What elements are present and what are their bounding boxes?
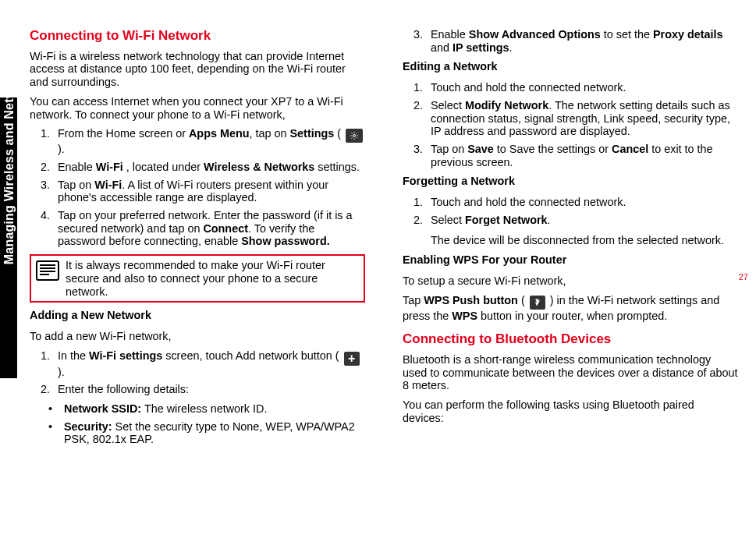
text: ).	[58, 143, 65, 155]
text: , tap on	[250, 127, 290, 140]
text: Enable	[431, 28, 469, 41]
text-bold: IP settings	[453, 41, 509, 54]
wps-intro: To setup a secure Wi-Fi network,	[403, 274, 738, 288]
list-item: Touch and hold the connected network.	[426, 196, 738, 209]
text-bold: Apps Menu	[189, 127, 250, 140]
advanced-options-step: Enable Show Advanced Options to set the …	[403, 28, 738, 54]
column-right: Enable Show Advanced Options to set the …	[403, 28, 738, 452]
text-bold: Connect	[203, 222, 248, 235]
heading-adding-network: Adding a New Network	[30, 309, 365, 322]
text: Tap on	[431, 143, 467, 155]
network-details-list: Network SSID: The wireless network ID. S…	[30, 402, 365, 446]
text-bold: Security:	[64, 420, 112, 433]
heading-wps: Enabling WPS For your Router	[403, 253, 738, 267]
wifi-connect-steps: From the Home screen or Apps Menu, tap o…	[30, 127, 365, 248]
list-item: Network SSID: The wireless network ID.	[53, 402, 365, 416]
text-bold: Wireless & Networks	[204, 161, 314, 173]
text: .	[509, 41, 513, 54]
text: Tap on	[58, 179, 94, 191]
text-bold: Modify Network	[465, 99, 548, 112]
text: to set the	[601, 28, 653, 41]
text: In the	[58, 349, 89, 362]
list-item: Tap on your preferred network. Enter the…	[53, 209, 365, 248]
list-item: Touch and hold the connected network.	[426, 81, 738, 94]
add-network-steps: In the Wi-Fi settings screen, touch Add …	[30, 349, 365, 396]
add-network-intro: To add a new Wi-Fi network,	[30, 330, 365, 343]
text: Select	[431, 99, 465, 112]
heading-forgetting-network: Forgetting a Network	[403, 175, 738, 188]
text: Select	[431, 214, 465, 226]
note-text: It is always recommended to make your Wi…	[66, 259, 359, 298]
text-bold: Save	[467, 143, 494, 155]
settings-icon	[346, 129, 363, 143]
text-bold: Show password.	[241, 235, 330, 247]
text: From the Home screen or	[58, 127, 189, 140]
list-item: Enable Show Advanced Options to set the …	[426, 28, 738, 54]
heading-connecting-wifi: Connecting to Wi-Fi Network	[30, 28, 365, 44]
text-bold: Network SSID:	[64, 402, 141, 415]
text: , located under	[126, 161, 204, 173]
text-bold: WPS Push button	[424, 294, 518, 306]
text-bold: WPS	[452, 310, 477, 322]
heading-editing-network: Editing a Network	[403, 60, 738, 73]
text: Enable	[58, 161, 96, 173]
svg-point-0	[353, 135, 356, 137]
text-bold: Wi-Fi	[96, 161, 126, 173]
text: (	[334, 127, 344, 140]
text: screen, touch Add network button (	[162, 349, 342, 362]
text: settings.	[314, 161, 360, 173]
text-bold: Proxy details	[653, 28, 723, 41]
text: ).	[58, 366, 65, 378]
list-item: Tap on Wi-Fi. A list of Wi-Fi routers pr…	[53, 179, 365, 204]
text: button in your router, when prompted.	[477, 310, 667, 322]
bluetooth-intro-2: You can perform the following tasks usin…	[403, 398, 738, 424]
wifi-intro-1: Wi-Fi is a wireless network technology t…	[30, 50, 365, 89]
plus-icon: +	[344, 352, 360, 366]
page-number: 27	[739, 272, 748, 282]
list-item: Select Modify Network. The network setti…	[426, 99, 738, 138]
wifi-intro-2: You can access Internet when you connect…	[30, 95, 365, 121]
text-bold: Forget Network	[465, 214, 548, 226]
edit-network-steps: Touch and hold the connected network. Se…	[403, 81, 738, 168]
list-item: From the Home screen or Apps Menu, tap o…	[53, 127, 365, 156]
text-bold: Wi-Fi settings	[89, 349, 162, 362]
list-item: Select Forget Network. The device will b…	[426, 214, 738, 247]
heading-bluetooth: Connecting to Bluetooth Devices	[403, 331, 738, 347]
section-tab-label: Managing Wireless and Network Settings	[2, 7, 16, 272]
forget-result: The device will be disconnected from the…	[431, 234, 738, 247]
note-icon	[36, 260, 59, 284]
column-left: Connecting to Wi-Fi Network Wi-Fi is a w…	[30, 28, 365, 452]
text: The wireless network ID.	[141, 402, 267, 415]
list-item: Enter the following details:	[53, 383, 365, 396]
text-bold: Settings	[290, 127, 335, 140]
forget-network-steps: Touch and hold the connected network. Se…	[403, 196, 738, 247]
list-item: Enable Wi-Fi , located under Wireless & …	[53, 161, 365, 174]
note-box: It is always recommended to make your Wi…	[30, 254, 365, 303]
list-item: Security: Set the security type to None,…	[53, 420, 365, 446]
wps-instruction: Tap WPS Push button ( ) in the Wi-Fi net…	[403, 294, 738, 323]
page-content: Connecting to Wi-Fi Network Wi-Fi is a w…	[30, 28, 738, 452]
bluetooth-intro-1: Bluetooth is a short-range wireless comm…	[403, 353, 738, 392]
text: .	[548, 214, 551, 226]
text-bold: Wi-Fi	[94, 179, 122, 191]
text-bold: Cancel	[612, 143, 648, 155]
text: (	[518, 294, 528, 306]
list-item: Tap on Save to Save the settings or Canc…	[426, 143, 738, 168]
text: Tap	[403, 294, 424, 306]
wps-icon	[530, 296, 545, 310]
text-bold: Show Advanced Options	[469, 28, 601, 41]
text: to Save the settings or	[494, 143, 612, 155]
list-item: In the Wi-Fi settings screen, touch Add …	[53, 349, 365, 379]
text: and	[431, 41, 453, 54]
